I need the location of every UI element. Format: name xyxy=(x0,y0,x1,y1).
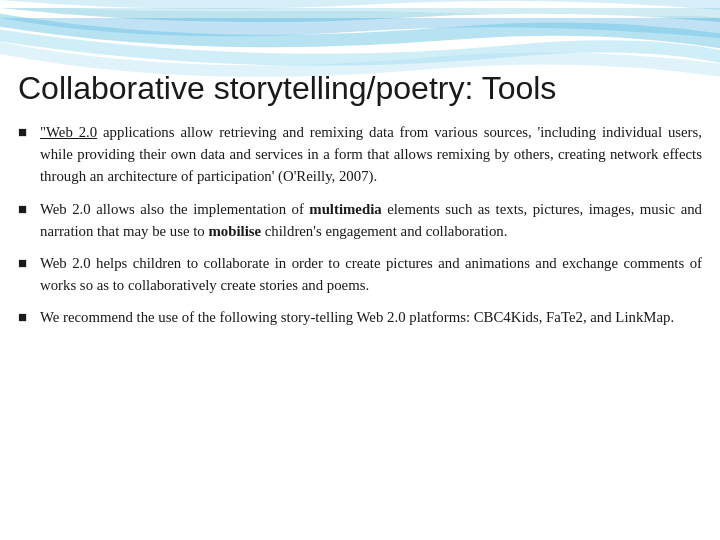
bullet-marker-4: ■ xyxy=(18,306,40,329)
bullet-item-3: ■ Web 2.0 helps children to collaborate … xyxy=(18,252,702,296)
bullet-marker-1: ■ xyxy=(18,121,40,144)
bullet-item-4: ■ We recommend the use of the following … xyxy=(18,306,702,329)
bullet-text-1: "Web 2.0 applications allow retrieving a… xyxy=(40,121,702,188)
page-title: Collaborative storytelling/poetry: Tools xyxy=(18,70,702,107)
bullet-text-2: Web 2.0 allows also the implementation o… xyxy=(40,198,702,242)
bullet-marker-2: ■ xyxy=(18,198,40,221)
bullet-text-3: Web 2.0 helps children to collaborate in… xyxy=(40,252,702,296)
bullet-item-1: ■ "Web 2.0 applications allow retrieving… xyxy=(18,121,702,188)
bullet-text-4: We recommend the use of the following st… xyxy=(40,306,702,328)
bullet-marker-3: ■ xyxy=(18,252,40,275)
bullet-item-2: ■ Web 2.0 allows also the implementation… xyxy=(18,198,702,242)
bullet-section: ■ "Web 2.0 applications allow retrieving… xyxy=(18,121,702,329)
